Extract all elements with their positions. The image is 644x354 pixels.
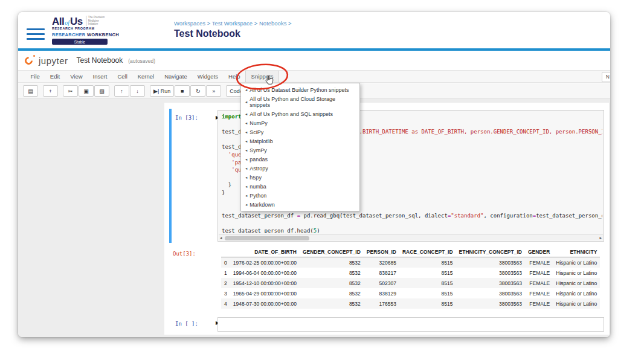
allofus-logo: All of Us The Precision Medicine Initiat… [52,16,119,45]
column-header: GENDER_CONCEPT_ID [300,246,364,257]
cut-cells-button[interactable]: ✂ [63,85,78,97]
notebook-container: In [3]: ▶| import pandas test_dataset_pe… [164,103,609,335]
submenu-arrow-icon: ◂ [245,139,247,144]
empty-input-prompt: In [ ]: [175,321,198,327]
insert-cell-below-button[interactable]: + [43,85,58,97]
menu-item-file[interactable]: File [25,71,45,82]
logo-us: Us [70,16,83,28]
scroll-left-icon[interactable]: ◂ [220,235,222,240]
move-cell-down-button[interactable]: ↓ [130,85,145,97]
snippets-menu-item[interactable]: ◂All of Us Dataset Builder Python snippe… [241,85,359,94]
menu-item-kernel[interactable]: Kernel [132,71,159,82]
logo-all: All [52,16,64,28]
jupyter-logo-icon [24,55,35,66]
empty-code-cell-input[interactable] [217,317,604,332]
menu-item-cell[interactable]: Cell [112,71,132,82]
snippets-menu-item[interactable]: ◂pandas [241,155,359,164]
submenu-arrow-icon: ◂ [245,184,247,189]
table-row: 41948-07-30 00:00:00+00:0085321765538515… [221,298,600,309]
menu-item-edit[interactable]: Edit [45,71,65,82]
logo-research-program: RESEARCH PROGRAM [52,27,119,30]
menu-item-widgets[interactable]: Widgets [192,71,223,82]
submenu-arrow-icon: ◂ [245,112,247,117]
column-header: GENDER [525,246,553,257]
page-title: Test Notebook [174,28,292,39]
submenu-arrow-icon: ◂ [245,193,247,198]
paste-cells-button[interactable]: ▨ [94,85,109,97]
table-row: 21954-12-10 00:00:00+00:0085325023078515… [221,278,600,288]
workbench-header: All of Us The Precision Medicine Initiat… [18,12,610,48]
logo-of: of [65,19,69,26]
scrollbar-thumb[interactable] [225,236,309,240]
logo-workbench: WORKBENCH [87,32,119,37]
snippets-menu-item[interactable]: ◂Markdown [241,200,359,209]
trusted-button[interactable]: N [602,72,610,82]
jupyter-header: jupyter Test Notebook (autosaved) [18,51,610,70]
menu-item-help[interactable]: Help [224,71,246,82]
scroll-right-icon[interactable]: ▸ [599,235,602,240]
breadcrumb-link[interactable]: Workspaces [174,20,205,27]
table-row: 31965-04-29 00:00:00+00:0085328381298515… [221,288,600,298]
snippets-menu-item[interactable]: ◂Matplotlib [241,137,359,146]
column-header: DATE_OF_BIRTH [230,246,300,257]
submenu-arrow-icon: ◂ [245,100,247,105]
submenu-arrow-icon: ◂ [245,202,247,207]
logo-researcher: RESEARCHER [52,32,86,37]
logo-tagline: The Precision Medicine Initiative [86,16,108,26]
run-cell-button[interactable]: ▶| Run [150,85,174,97]
save-button[interactable]: ▤ [23,85,38,97]
snippets-menu-item[interactable]: ◂Astropy [241,164,359,173]
submenu-arrow-icon: ◂ [245,130,247,135]
submenu-arrow-icon: ◂ [245,121,247,126]
table-row: 11994-06-04 00:00:00+00:0085328382178515… [221,268,600,278]
stable-badge: Stable [52,39,108,45]
submenu-arrow-icon: ◂ [245,148,247,153]
menu-items: FileEditViewInsertCellKernelNavigateWidg… [18,71,610,82]
snippets-menu-item[interactable]: ◂h5py [241,173,359,182]
column-header: ETHNICITY_CONCEPT_ID [456,246,525,257]
menu-item-navigate[interactable]: Navigate [159,71,193,82]
column-header: PERSON_ID [364,246,399,257]
dataframe-table: DATE_OF_BIRTHGENDER_CONCEPT_IDPERSON_IDR… [221,246,600,309]
menu-item-insert[interactable]: Insert [88,71,112,82]
selected-cell-indicator [169,109,172,243]
output-prompt: Out[3]: [173,251,196,257]
input-prompt: In [3]: [175,115,198,121]
menu-item-snippets[interactable]: Snippets [245,71,279,82]
breadcrumb-link[interactable]: Notebooks [259,20,286,27]
copy-cells-button[interactable]: ▣ [79,85,94,97]
horizontal-scrollbar[interactable]: ◂ ▸ [219,234,603,240]
snippets-dropdown-menu: ◂All of Us Dataset Builder Python snippe… [240,83,360,211]
jupyter-brand: jupyter [39,56,68,66]
snippets-menu-item[interactable]: ◂SciPy [241,127,359,137]
app-window: All of Us The Precision Medicine Initiat… [18,12,610,337]
column-header: RACE_CONCEPT_ID [399,246,456,257]
submenu-arrow-icon: ◂ [245,157,247,162]
snippets-menu-item[interactable]: ◂NumPy [241,118,359,127]
column-header: ETHNICITY [553,246,600,257]
move-cell-up-button[interactable]: ↑ [114,85,129,97]
submenu-arrow-icon: ◂ [245,166,247,171]
notebook-title[interactable]: Test Notebook [77,56,123,65]
output-dataframe: DATE_OF_BIRTHGENDER_CONCEPT_IDPERSON_IDR… [221,246,575,309]
submenu-arrow-icon: ◂ [245,175,247,180]
snippets-menu-item[interactable]: ◂All of Us Python and Cloud Storage snip… [241,94,359,109]
menu-item-view[interactable]: View [65,71,88,82]
interrupt-kernel-button[interactable]: ■ [175,85,190,97]
hamburger-menu-icon[interactable] [27,28,45,43]
submenu-arrow-icon: ◂ [245,88,247,92]
snippets-menu-item[interactable]: ◂SymPy [241,146,359,155]
snippets-menu-item[interactable]: ◂numba [241,182,359,191]
autosave-status: (autosaved) [128,58,155,64]
breadcrumb-link[interactable]: Test Workspace [212,20,253,27]
snippets-menu-item[interactable]: ◂All of Us Python and SQL snippets [241,109,359,118]
breadcrumb: Workspaces > Test Workspace > Notebooks … [174,20,292,27]
table-row: 01976-02-25 00:00:00+00:0085323206858515… [221,257,600,268]
menu-bar: FileEditViewInsertCellKernelNavigateWidg… [18,70,610,83]
run-all-button[interactable]: » [206,85,221,97]
snippets-menu-item[interactable]: ◂Python [241,191,359,200]
restart-kernel-button[interactable]: ↻ [190,85,205,97]
